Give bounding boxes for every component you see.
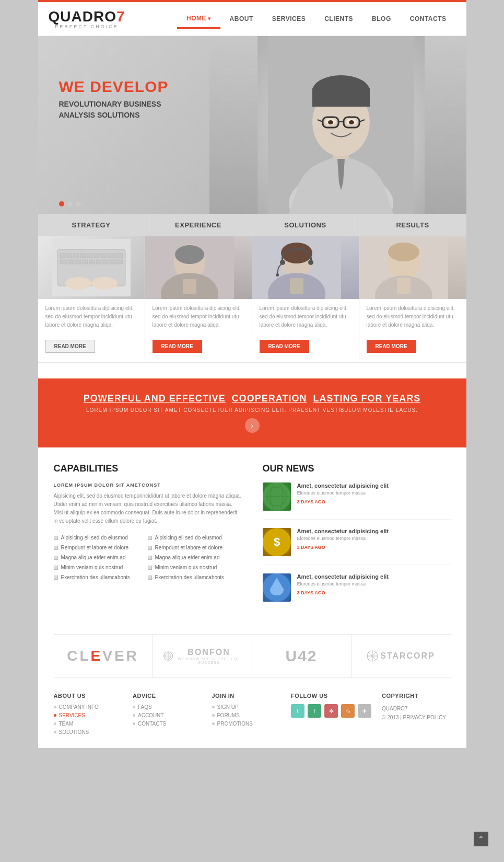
hero-banner: WE DEVELOP REVOLUTIONARY BUSINESSANALYSI… bbox=[38, 36, 466, 214]
footer-link-solutions[interactable]: SOLUTIONS bbox=[54, 729, 123, 735]
col-header-solutions: SOLUTIONS bbox=[252, 214, 359, 236]
column-solutions: SOLUTIONS Lorem ipsum dolosittura dipisi… bbox=[252, 214, 359, 363]
partner-bonfon: BONFON WE KNOW THE SECRETS OF SUCCESS bbox=[153, 635, 252, 677]
svg-rect-10 bbox=[312, 88, 370, 107]
footer-advice-title: ADVICE bbox=[133, 693, 202, 699]
rss-icon[interactable]: ∿ bbox=[341, 704, 355, 718]
col-text-experience: Lorem ipsum dolosittura dipisicing elit,… bbox=[145, 299, 252, 335]
cooperation-banner: POWERFUL AND EFFECTIVE COOPERATION LASTI… bbox=[38, 378, 466, 447]
bonfon-icon bbox=[163, 650, 173, 662]
svg-point-47 bbox=[276, 273, 279, 277]
svg-rect-23 bbox=[94, 254, 99, 258]
col-text-strategy: Lorem ipsum dolosittura dipisicing elit,… bbox=[38, 299, 145, 335]
header: QUADRO7 PERFECT CHOICE HOME ABOUT SERVIC… bbox=[38, 2, 466, 36]
col-img-strategy bbox=[38, 236, 145, 299]
news-item-date: 3 DAYS AGO bbox=[297, 545, 389, 550]
footer-follow-title: FOLLOW US bbox=[291, 693, 371, 699]
cap-bullet bbox=[148, 546, 152, 550]
cap-bullet bbox=[148, 556, 152, 560]
partner-logo-bonfon: BONFON bbox=[177, 648, 241, 657]
hero-title: WE DEVELOP bbox=[59, 78, 169, 96]
svg-rect-21 bbox=[80, 254, 86, 258]
footer-link-team[interactable]: TEAM bbox=[54, 721, 123, 727]
svg-point-52 bbox=[388, 243, 419, 261]
news-item-sub: Eloredes eiusmod tempor massa bbox=[297, 535, 389, 543]
flickr-icon[interactable]: ✼ bbox=[324, 704, 338, 718]
capabilities-subtitle: LOREM IPSUM DOLOR SIT AMETCONST bbox=[54, 482, 242, 488]
svg-rect-31 bbox=[89, 260, 95, 264]
capabilities-news-section: CAPABILITIES LOREM IPSUM DOLOR SIT AMETC… bbox=[38, 447, 466, 634]
facebook-icon[interactable]: f bbox=[308, 704, 321, 718]
svg-rect-19 bbox=[67, 254, 72, 258]
cap-item: Rempdunt et labore et dolore bbox=[148, 543, 242, 553]
news-thumb-1 bbox=[263, 482, 291, 511]
nav-home[interactable]: HOME bbox=[177, 9, 220, 29]
hero-dot-3[interactable] bbox=[76, 201, 81, 206]
footer-link-account[interactable]: ACCOUNT bbox=[133, 712, 202, 718]
svg-point-35 bbox=[65, 277, 91, 290]
footer-dot bbox=[133, 722, 135, 725]
footer-link-promotions[interactable]: PROMOTIONS bbox=[212, 721, 281, 727]
svg-rect-27 bbox=[60, 260, 67, 264]
svg-rect-49 bbox=[290, 278, 303, 294]
hero-dot-2[interactable] bbox=[67, 201, 73, 206]
banner-title-before: POWERFUL AND EFFECTIVE bbox=[84, 393, 226, 404]
cap-item: Magna aliqua etder enim ad bbox=[54, 553, 148, 562]
cap-item: Minim veniam quis nostrud bbox=[54, 562, 148, 572]
column-strategy: STRATEGY bbox=[38, 214, 145, 363]
footer-join: JOIN IN SIGN UP FORUMS PROMOTIONS bbox=[212, 693, 281, 738]
col-img-solutions bbox=[252, 236, 359, 299]
footer-about-title: ABOUT US bbox=[54, 693, 123, 699]
svg-point-13 bbox=[328, 120, 333, 124]
read-more-experience[interactable]: Read More bbox=[153, 340, 202, 353]
partner-starcorp: StarCorp bbox=[351, 635, 451, 677]
news-item-title: Amet, consectetur adipisicing elit bbox=[297, 482, 389, 489]
footer-dot bbox=[54, 731, 56, 733]
svg-rect-25 bbox=[108, 254, 113, 258]
footer-dot bbox=[133, 714, 135, 717]
banner-title-highlight: COOPERATION bbox=[232, 393, 307, 404]
partner-logo-starcorp: StarCorp bbox=[380, 651, 435, 661]
svg-rect-34 bbox=[110, 260, 123, 264]
capabilities-title: CAPABILITIES bbox=[54, 463, 242, 474]
svg-rect-24 bbox=[101, 254, 106, 258]
nav-services[interactable]: SERVICES bbox=[263, 10, 315, 28]
news-content-1: Amet, consectetur adipisicing elit Elore… bbox=[297, 482, 389, 511]
bonfon-logo-wrap: BONFON WE KNOW THE SECRETS OF SUCCESS bbox=[163, 648, 241, 664]
scroll-to-top-button[interactable]: ⌃ bbox=[474, 832, 488, 846]
news-item-title: Amet, consectetur adipisicing elit bbox=[297, 573, 389, 580]
copyright-text: QUADRO7 © 2013 | PRIVACY POLICY bbox=[382, 704, 451, 722]
footer-link-services[interactable]: SERVICES bbox=[54, 712, 123, 718]
nav-clients[interactable]: CLIENTS bbox=[315, 10, 362, 28]
twitter-icon[interactable]: t bbox=[291, 704, 304, 718]
news-item-sub: Eloredes eiusmod tempor massa bbox=[297, 581, 389, 588]
nav-blog[interactable]: BLOG bbox=[362, 10, 401, 28]
hero-dot-1[interactable] bbox=[59, 201, 64, 206]
plus-icon[interactable]: + bbox=[358, 704, 371, 718]
footer-link-company[interactable]: COMPANY INFO bbox=[54, 704, 123, 710]
footer-link-contacts[interactable]: CONTACTS bbox=[133, 721, 202, 727]
footer-link-signup[interactable]: SIGN UP bbox=[212, 704, 281, 710]
footer-link-forums[interactable]: FORUMS bbox=[212, 712, 281, 718]
svg-rect-54 bbox=[397, 278, 411, 294]
col-img-experience bbox=[145, 236, 252, 299]
footer-link-faqs[interactable]: FAQS bbox=[133, 704, 202, 710]
footer-dot bbox=[212, 706, 215, 708]
footer: ABOUT US COMPANY INFO SERVICES TEAM SOLU… bbox=[38, 678, 466, 748]
footer-dot bbox=[133, 706, 135, 708]
nav-about[interactable]: ABOUT bbox=[220, 10, 263, 28]
banner-arrow-button[interactable]: › bbox=[245, 418, 260, 433]
nav-contacts[interactable]: CONTACTS bbox=[401, 10, 456, 28]
logo[interactable]: QUADRO7 PERFECT CHOICE bbox=[49, 8, 125, 29]
news-content-2: Amet, consectetur adipisicing elit Elore… bbox=[297, 528, 389, 556]
footer-advice: ADVICE FAQS ACCOUNT CONTACTS bbox=[133, 693, 202, 738]
banner-title: POWERFUL AND EFFECTIVE COOPERATION LASTI… bbox=[59, 393, 446, 404]
read-more-results[interactable]: Read More bbox=[367, 340, 416, 353]
read-more-strategy[interactable]: Read More bbox=[45, 340, 95, 353]
svg-text:$: $ bbox=[273, 535, 279, 548]
svg-rect-41 bbox=[183, 279, 196, 294]
news-thumb-3 bbox=[263, 573, 291, 602]
logo-tagline: PERFECT CHOICE bbox=[49, 24, 125, 29]
svg-rect-29 bbox=[76, 260, 81, 264]
read-more-solutions[interactable]: Read More bbox=[260, 340, 309, 353]
